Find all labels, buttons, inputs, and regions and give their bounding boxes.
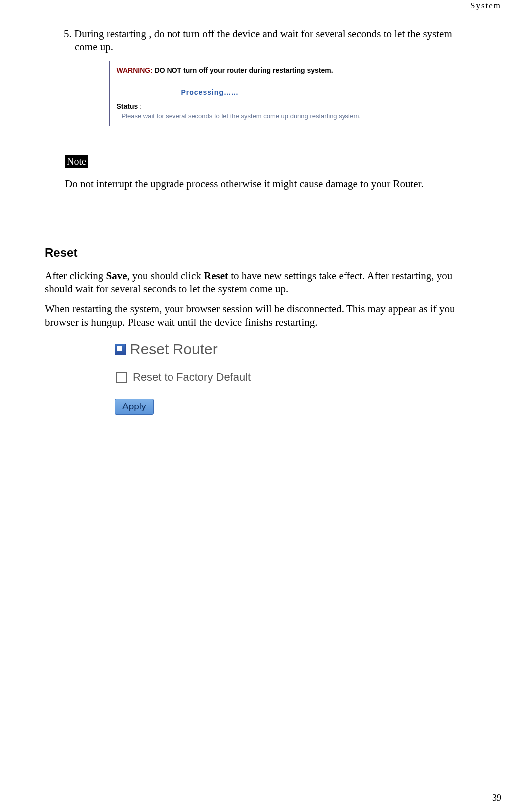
reset-factory-row: Reset to Factory Default [116, 371, 472, 384]
status-line: Status : Please wait for several seconds… [117, 102, 401, 120]
page-number: 39 [492, 793, 501, 803]
reset-p1-a: After clicking [45, 270, 106, 282]
warning-prefix: WARNING: [117, 66, 153, 74]
reset-title-row: Reset Router [115, 341, 472, 358]
reset-para-2: When restarting the system, your browser… [45, 302, 472, 329]
footer-rule [15, 786, 502, 786]
status-label: Status [117, 102, 138, 110]
warning-box: WARNING: DO NOT turn off your router dur… [109, 61, 408, 126]
page: System 5. During restarting , do not tur… [0, 0, 517, 812]
header-section-label: System [470, 1, 501, 11]
apply-button[interactable]: Apply [115, 399, 154, 415]
note-badge: Note [65, 155, 88, 168]
status-text: Please wait for several seconds to let t… [122, 112, 401, 120]
reset-para-1: After clicking Save, you should click Re… [45, 270, 472, 296]
processing-label: Processing…… [181, 88, 401, 96]
step-number: 5. [64, 28, 72, 40]
reset-panel: Reset Router Reset to Factory Default Ap… [115, 341, 472, 415]
reset-panel-icon [115, 344, 126, 355]
step-5: 5. During restarting , do not turn off t… [45, 27, 472, 54]
warning-rest: turn off your router during restarting s… [183, 66, 333, 74]
reset-factory-label: Reset to Factory Default [133, 371, 251, 384]
reset-heading: Reset [45, 246, 472, 260]
reset-factory-checkbox[interactable] [116, 372, 127, 383]
header-rule [15, 11, 502, 11]
reset-p1-save: Save [106, 270, 127, 282]
reset-p1-c: , you should click [127, 270, 204, 282]
warning-title: WARNING: DO NOT turn off your router dur… [117, 66, 401, 74]
content: 5. During restarting , do not turn off t… [45, 0, 472, 415]
warning-donot: DO NOT [155, 66, 181, 74]
status-colon: : [138, 102, 142, 110]
note-text: Do not interrupt the upgrade process oth… [65, 177, 472, 191]
reset-panel-title: Reset Router [130, 341, 218, 358]
reset-p1-reset: Reset [204, 270, 228, 282]
step-text: During restarting , do not turn off the … [74, 28, 452, 53]
